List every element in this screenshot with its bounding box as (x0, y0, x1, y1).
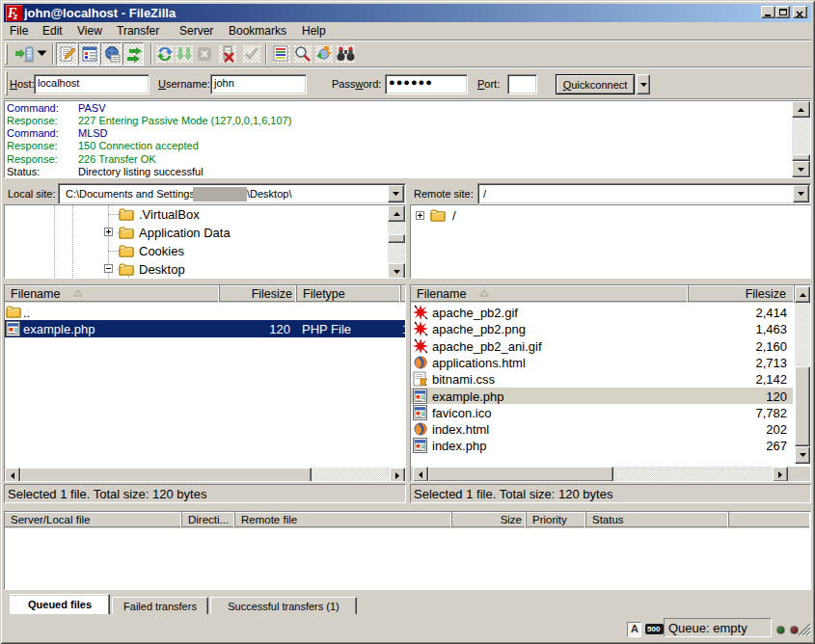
svg-text:z: z (13, 10, 18, 21)
